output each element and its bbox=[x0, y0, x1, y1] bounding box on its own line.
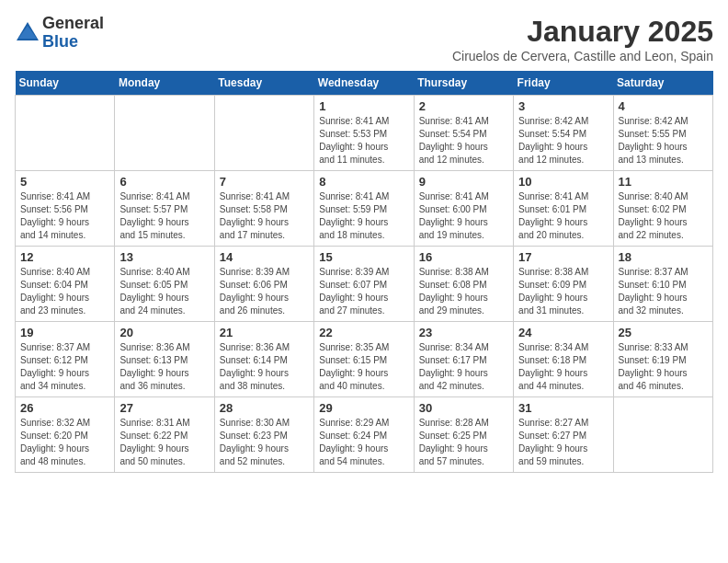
day-info: Sunrise: 8:38 AM Sunset: 6:08 PM Dayligh… bbox=[419, 266, 508, 317]
calendar-cell bbox=[16, 96, 115, 171]
day-info: Sunrise: 8:41 AM Sunset: 6:00 PM Dayligh… bbox=[419, 190, 508, 242]
calendar-cell: 27Sunrise: 8:31 AM Sunset: 6:22 PM Dayli… bbox=[115, 397, 214, 473]
day-info: Sunrise: 8:31 AM Sunset: 6:22 PM Dayligh… bbox=[119, 417, 209, 468]
day-number: 15 bbox=[319, 250, 408, 264]
calendar-cell: 19Sunrise: 8:37 AM Sunset: 6:12 PM Dayli… bbox=[16, 322, 115, 397]
calendar-cell: 6Sunrise: 8:41 AM Sunset: 5:57 PM Daylig… bbox=[115, 171, 214, 247]
calendar-cell: 25Sunrise: 8:33 AM Sunset: 6:19 PM Dayli… bbox=[613, 322, 712, 397]
day-number: 29 bbox=[319, 401, 408, 415]
day-number: 16 bbox=[419, 250, 508, 264]
header: General Blue January 2025 Ciruelos de Ce… bbox=[15, 15, 713, 63]
day-info: Sunrise: 8:38 AM Sunset: 6:09 PM Dayligh… bbox=[518, 266, 608, 317]
calendar-cell: 29Sunrise: 8:29 AM Sunset: 6:24 PM Dayli… bbox=[314, 397, 414, 473]
weekday-header-friday: Friday bbox=[514, 71, 613, 96]
day-number: 10 bbox=[518, 175, 608, 189]
day-number: 17 bbox=[518, 250, 608, 264]
month-title: January 2025 bbox=[452, 15, 713, 49]
calendar-cell: 26Sunrise: 8:32 AM Sunset: 6:20 PM Dayli… bbox=[16, 397, 115, 473]
day-info: Sunrise: 8:39 AM Sunset: 6:06 PM Dayligh… bbox=[220, 266, 309, 317]
day-info: Sunrise: 8:36 AM Sunset: 6:14 PM Dayligh… bbox=[220, 341, 309, 393]
calendar-cell: 4Sunrise: 8:42 AM Sunset: 5:55 PM Daylig… bbox=[613, 96, 712, 171]
day-number: 2 bbox=[419, 99, 508, 113]
calendar-cell: 1Sunrise: 8:41 AM Sunset: 5:53 PM Daylig… bbox=[314, 96, 414, 171]
day-info: Sunrise: 8:42 AM Sunset: 5:54 PM Dayligh… bbox=[518, 115, 608, 167]
calendar-cell: 7Sunrise: 8:41 AM Sunset: 5:58 PM Daylig… bbox=[214, 171, 313, 247]
day-info: Sunrise: 8:42 AM Sunset: 5:55 PM Dayligh… bbox=[619, 115, 708, 167]
weekday-header-wednesday: Wednesday bbox=[314, 71, 414, 96]
day-number: 8 bbox=[319, 175, 408, 189]
logo: General Blue bbox=[15, 15, 104, 52]
week-row-5: 26Sunrise: 8:32 AM Sunset: 6:20 PM Dayli… bbox=[16, 397, 713, 473]
day-number: 31 bbox=[518, 401, 608, 415]
calendar-cell: 20Sunrise: 8:36 AM Sunset: 6:13 PM Dayli… bbox=[115, 322, 214, 397]
day-info: Sunrise: 8:41 AM Sunset: 5:58 PM Dayligh… bbox=[220, 190, 309, 242]
calendar-cell: 18Sunrise: 8:37 AM Sunset: 6:10 PM Dayli… bbox=[613, 247, 712, 322]
calendar-cell: 22Sunrise: 8:35 AM Sunset: 6:15 PM Dayli… bbox=[314, 322, 414, 397]
day-number: 3 bbox=[518, 99, 608, 113]
day-info: Sunrise: 8:34 AM Sunset: 6:18 PM Dayligh… bbox=[518, 341, 608, 393]
svg-marker-1 bbox=[18, 26, 37, 39]
calendar-cell: 14Sunrise: 8:39 AM Sunset: 6:06 PM Dayli… bbox=[214, 247, 313, 322]
day-number: 7 bbox=[220, 175, 309, 189]
week-row-1: 1Sunrise: 8:41 AM Sunset: 5:53 PM Daylig… bbox=[16, 96, 713, 171]
day-info: Sunrise: 8:41 AM Sunset: 6:01 PM Dayligh… bbox=[518, 190, 608, 242]
day-info: Sunrise: 8:37 AM Sunset: 6:12 PM Dayligh… bbox=[20, 341, 109, 393]
day-info: Sunrise: 8:30 AM Sunset: 6:23 PM Dayligh… bbox=[220, 417, 309, 468]
day-info: Sunrise: 8:41 AM Sunset: 5:53 PM Dayligh… bbox=[319, 115, 408, 167]
day-info: Sunrise: 8:41 AM Sunset: 5:56 PM Dayligh… bbox=[20, 190, 109, 242]
day-number: 22 bbox=[319, 326, 408, 339]
day-number: 24 bbox=[518, 326, 608, 339]
day-number: 25 bbox=[619, 326, 708, 339]
day-info: Sunrise: 8:41 AM Sunset: 5:54 PM Dayligh… bbox=[419, 115, 508, 167]
weekday-header-row: SundayMondayTuesdayWednesdayThursdayFrid… bbox=[16, 71, 713, 96]
day-number: 30 bbox=[419, 401, 508, 415]
calendar-cell: 10Sunrise: 8:41 AM Sunset: 6:01 PM Dayli… bbox=[514, 171, 613, 247]
day-info: Sunrise: 8:32 AM Sunset: 6:20 PM Dayligh… bbox=[20, 417, 109, 468]
day-number: 18 bbox=[619, 250, 708, 264]
day-number: 9 bbox=[419, 175, 508, 189]
calendar-cell: 23Sunrise: 8:34 AM Sunset: 6:17 PM Dayli… bbox=[414, 322, 513, 397]
day-number: 6 bbox=[119, 175, 209, 189]
weekday-header-thursday: Thursday bbox=[414, 71, 513, 96]
week-row-4: 19Sunrise: 8:37 AM Sunset: 6:12 PM Dayli… bbox=[16, 322, 713, 397]
page-container: General Blue January 2025 Ciruelos de Ce… bbox=[15, 15, 713, 473]
calendar-cell: 2Sunrise: 8:41 AM Sunset: 5:54 PM Daylig… bbox=[414, 96, 513, 171]
day-number: 26 bbox=[20, 401, 109, 415]
day-number: 27 bbox=[119, 401, 209, 415]
logo-icon bbox=[15, 20, 40, 46]
day-info: Sunrise: 8:40 AM Sunset: 6:05 PM Dayligh… bbox=[119, 266, 209, 317]
weekday-header-monday: Monday bbox=[115, 71, 214, 96]
location-title: Ciruelos de Cervera, Castille and Leon, … bbox=[452, 49, 713, 63]
day-info: Sunrise: 8:40 AM Sunset: 6:02 PM Dayligh… bbox=[619, 190, 708, 242]
calendar-cell: 16Sunrise: 8:38 AM Sunset: 6:08 PM Dayli… bbox=[414, 247, 513, 322]
day-info: Sunrise: 8:34 AM Sunset: 6:17 PM Dayligh… bbox=[419, 341, 508, 393]
calendar-cell: 15Sunrise: 8:39 AM Sunset: 6:07 PM Dayli… bbox=[314, 247, 414, 322]
day-number: 19 bbox=[20, 326, 109, 339]
day-info: Sunrise: 8:37 AM Sunset: 6:10 PM Dayligh… bbox=[619, 266, 708, 317]
logo-general-text: General bbox=[42, 14, 104, 32]
calendar-cell: 31Sunrise: 8:27 AM Sunset: 6:27 PM Dayli… bbox=[514, 397, 613, 473]
day-number: 1 bbox=[319, 99, 408, 113]
day-number: 13 bbox=[119, 250, 209, 264]
day-number: 21 bbox=[220, 326, 309, 339]
day-info: Sunrise: 8:41 AM Sunset: 5:59 PM Dayligh… bbox=[319, 190, 408, 242]
day-info: Sunrise: 8:33 AM Sunset: 6:19 PM Dayligh… bbox=[619, 341, 708, 393]
calendar-cell: 21Sunrise: 8:36 AM Sunset: 6:14 PM Dayli… bbox=[214, 322, 313, 397]
day-number: 4 bbox=[619, 99, 708, 113]
logo-blue-text: Blue bbox=[42, 32, 78, 51]
calendar-cell bbox=[613, 397, 712, 473]
calendar-cell: 11Sunrise: 8:40 AM Sunset: 6:02 PM Dayli… bbox=[613, 171, 712, 247]
title-block: January 2025 Ciruelos de Cervera, Castil… bbox=[452, 15, 713, 63]
calendar-cell: 30Sunrise: 8:28 AM Sunset: 6:25 PM Dayli… bbox=[414, 397, 513, 473]
weekday-header-sunday: Sunday bbox=[16, 71, 115, 96]
calendar-cell bbox=[214, 96, 313, 171]
calendar-cell: 9Sunrise: 8:41 AM Sunset: 6:00 PM Daylig… bbox=[414, 171, 513, 247]
calendar-cell: 17Sunrise: 8:38 AM Sunset: 6:09 PM Dayli… bbox=[514, 247, 613, 322]
day-number: 23 bbox=[419, 326, 508, 339]
calendar-cell: 24Sunrise: 8:34 AM Sunset: 6:18 PM Dayli… bbox=[514, 322, 613, 397]
day-info: Sunrise: 8:39 AM Sunset: 6:07 PM Dayligh… bbox=[319, 266, 408, 317]
day-number: 14 bbox=[220, 250, 309, 264]
day-info: Sunrise: 8:36 AM Sunset: 6:13 PM Dayligh… bbox=[119, 341, 209, 393]
day-number: 20 bbox=[119, 326, 209, 339]
day-info: Sunrise: 8:40 AM Sunset: 6:04 PM Dayligh… bbox=[20, 266, 109, 317]
